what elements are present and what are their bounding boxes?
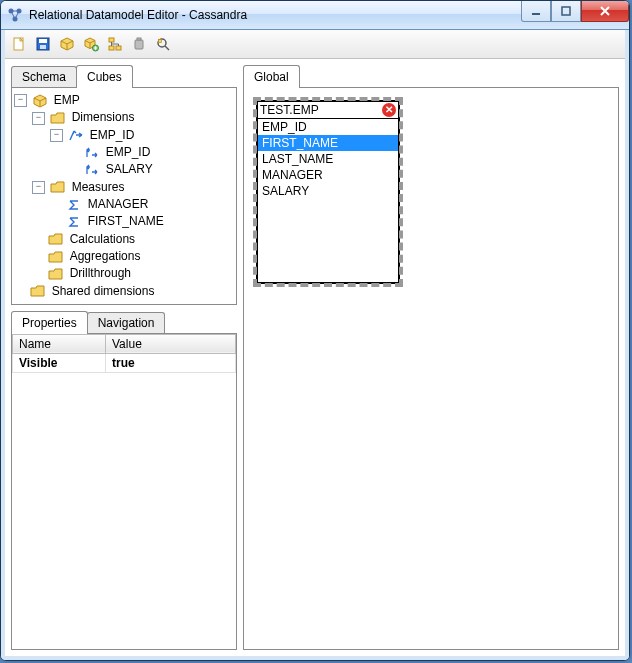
tree-node-emp[interactable]: EMP <box>54 93 80 107</box>
schema-icon[interactable] <box>105 34 125 54</box>
properties-panel[interactable]: Name Value Visible true <box>11 334 237 650</box>
undo-node-icon[interactable] <box>129 34 149 54</box>
svg-rect-8 <box>40 45 46 49</box>
tree-node-aggregations[interactable]: Aggregations <box>70 249 141 263</box>
cube-icon <box>32 94 48 108</box>
tree-node-empid-dim[interactable]: EMP_ID <box>90 128 135 142</box>
titlebar[interactable]: Relational Datamodel Editor - Cassandra <box>1 1 629 30</box>
right-tabstrip: Global <box>243 65 619 88</box>
tree-node-manager-measure[interactable]: MANAGER <box>88 197 149 211</box>
sigma-icon <box>66 198 82 212</box>
tree-node-drillthrough[interactable]: Drillthrough <box>70 267 131 281</box>
app-icon <box>7 7 23 23</box>
global-table-header[interactable]: TEST.EMP ✕ <box>258 102 398 119</box>
app-window: Relational Datamodel Editor - Cassandra … <box>0 0 630 661</box>
tab-properties[interactable]: Properties <box>11 311 88 334</box>
folder-icon <box>30 284 46 298</box>
level-icon <box>84 163 100 177</box>
tab-navigation[interactable]: Navigation <box>87 312 166 333</box>
global-field-list: EMP_ID FIRST_NAME LAST_NAME MANAGER SALA… <box>258 119 398 199</box>
content: Schema Cubes − EMP <box>5 59 625 656</box>
left-tabstrip: Schema Cubes <box>11 65 237 88</box>
tab-schema[interactable]: Schema <box>11 66 77 87</box>
bottom-tabstrip: Properties Navigation <box>11 311 237 334</box>
table-row[interactable]: Visible true <box>13 353 236 372</box>
global-table-title: TEST.EMP <box>260 103 319 117</box>
svg-rect-11 <box>116 46 121 50</box>
maximize-button[interactable] <box>551 1 581 22</box>
expand-toggle[interactable]: − <box>32 112 45 125</box>
svg-rect-10 <box>109 38 114 42</box>
prop-value: true <box>106 353 236 372</box>
close-icon[interactable]: ✕ <box>382 103 396 117</box>
toolbar <box>5 30 625 59</box>
folder-icon <box>50 180 66 194</box>
tree-node-firstname-measure[interactable]: FIRST_NAME <box>88 215 164 229</box>
schema-cubes-container: Schema Cubes − EMP <box>11 65 237 305</box>
list-item[interactable]: LAST_NAME <box>258 151 398 167</box>
tree-node-calculations[interactable]: Calculations <box>70 232 135 246</box>
folder-icon <box>48 267 64 281</box>
left-pane: Schema Cubes − EMP <box>11 65 237 650</box>
tab-cubes[interactable]: Cubes <box>76 65 133 88</box>
tree-node-salary-level[interactable]: SALARY <box>106 163 153 177</box>
svg-rect-4 <box>562 7 570 15</box>
zoom-icon[interactable] <box>153 34 173 54</box>
svg-rect-13 <box>135 40 143 49</box>
global-table-box[interactable]: TEST.EMP ✕ EMP_ID FIRST_NAME LAST_NAME M… <box>256 100 400 284</box>
expand-toggle[interactable]: − <box>32 181 45 194</box>
client-area: Schema Cubes − EMP <box>1 30 629 660</box>
folder-icon <box>48 232 64 246</box>
svg-rect-16 <box>159 40 162 43</box>
tree-node-shared-dimensions[interactable]: Shared dimensions <box>52 284 155 298</box>
tree-node-measures[interactable]: Measures <box>72 180 125 194</box>
tree-node-empid-level[interactable]: EMP_ID <box>106 145 151 159</box>
list-item[interactable]: SALARY <box>258 183 398 199</box>
folder-icon <box>48 250 64 264</box>
expand-toggle[interactable]: − <box>14 94 27 107</box>
list-item[interactable]: FIRST_NAME <box>258 135 398 151</box>
svg-rect-12 <box>109 46 114 50</box>
window-title: Relational Datamodel Editor - Cassandra <box>29 8 247 22</box>
tab-global[interactable]: Global <box>243 65 300 88</box>
sigma-icon <box>66 215 82 229</box>
minimize-button[interactable] <box>521 1 551 22</box>
save-icon[interactable] <box>33 34 53 54</box>
window-buttons <box>521 1 629 21</box>
properties-col-value[interactable]: Value <box>106 334 236 353</box>
cube-icon[interactable] <box>57 34 77 54</box>
level-icon <box>84 146 100 160</box>
dimension-icon <box>68 128 84 142</box>
global-panel[interactable]: TEST.EMP ✕ EMP_ID FIRST_NAME LAST_NAME M… <box>243 88 619 650</box>
properties-table: Name Value Visible true <box>12 334 236 373</box>
tree-panel[interactable]: − EMP − Dimensions <box>11 88 237 305</box>
properties-col-name[interactable]: Name <box>13 334 106 353</box>
svg-rect-3 <box>532 13 540 15</box>
properties-container: Properties Navigation Name Value Visible… <box>11 311 237 650</box>
new-doc-icon[interactable] <box>9 34 29 54</box>
close-button[interactable] <box>581 1 629 22</box>
list-item[interactable]: MANAGER <box>258 167 398 183</box>
svg-rect-14 <box>137 38 141 40</box>
right-pane: Global TEST.EMP ✕ EMP_ID FIRST_NAME LAST… <box>243 65 619 650</box>
expand-toggle[interactable]: − <box>50 129 63 142</box>
folder-icon <box>50 111 66 125</box>
list-item[interactable]: EMP_ID <box>258 119 398 135</box>
svg-rect-7 <box>39 39 47 43</box>
cube-add-icon[interactable] <box>81 34 101 54</box>
tree-node-dimensions[interactable]: Dimensions <box>72 111 135 125</box>
prop-name: Visible <box>13 353 106 372</box>
cube-tree[interactable]: − EMP − Dimensions <box>12 88 236 304</box>
